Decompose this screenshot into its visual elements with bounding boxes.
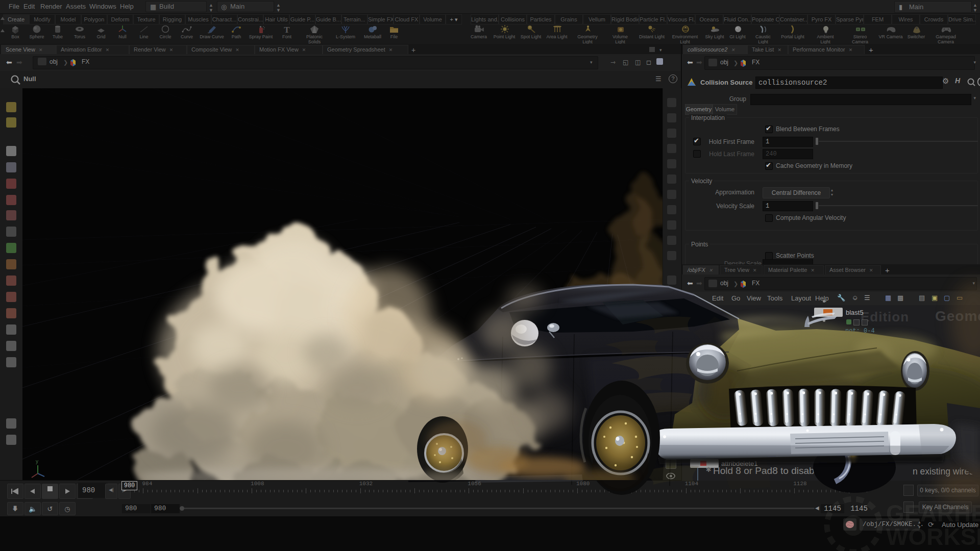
- svg-text:T: T: [284, 25, 290, 34]
